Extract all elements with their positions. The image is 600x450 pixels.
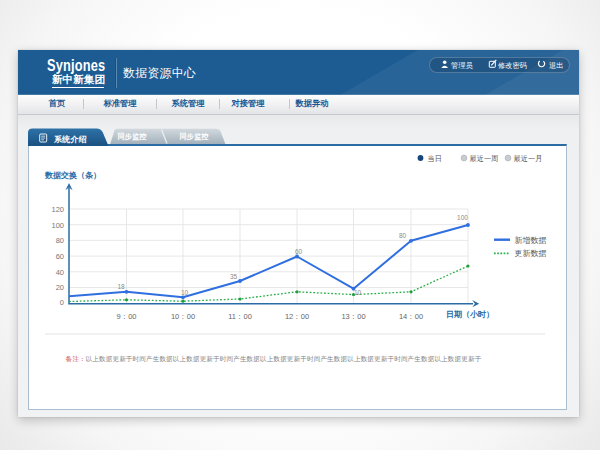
svg-text:0: 0 (60, 298, 64, 307)
svg-text:20: 20 (56, 283, 64, 292)
svg-text:10：00: 10：00 (171, 312, 195, 321)
svg-text:100: 100 (457, 214, 468, 221)
svg-text:35: 35 (230, 273, 238, 280)
svg-text:80: 80 (56, 236, 64, 245)
svg-text:最近一月: 最近一月 (514, 154, 543, 163)
svg-text:100: 100 (51, 221, 64, 230)
svg-text:40: 40 (56, 268, 64, 277)
svg-text:10: 10 (181, 289, 189, 296)
svg-text:12：00: 12：00 (285, 312, 309, 321)
svg-text:18: 18 (117, 283, 125, 290)
svg-text:11：00: 11：00 (228, 312, 252, 321)
svg-text:日期（小时）: 日期（小时） (446, 310, 494, 319)
svg-text:备注：以上数据更新于时间产生数据以上数据更新于时间产生数据以: 备注：以上数据更新于时间产生数据以上数据更新于时间产生数据以上数据更新于时间产生… (66, 355, 482, 363)
svg-text:120: 120 (51, 205, 64, 214)
svg-text:同步监控: 同步监控 (118, 132, 148, 141)
svg-text:新增数据: 新增数据 (515, 236, 547, 245)
svg-text:系统介绍: 系统介绍 (53, 134, 86, 144)
svg-text:60: 60 (56, 252, 64, 261)
svg-text:更新数据: 更新数据 (515, 249, 547, 258)
svg-text:同步监控: 同步监控 (180, 132, 210, 141)
svg-text:60: 60 (295, 248, 303, 255)
svg-text:最近一周: 最近一周 (470, 154, 499, 163)
svg-text:数据交换（条）: 数据交换（条） (44, 171, 101, 180)
svg-text:14：00: 14：00 (399, 312, 423, 321)
svg-text:13：00: 13：00 (341, 312, 365, 321)
svg-text:当日: 当日 (428, 154, 442, 163)
svg-text:80: 80 (399, 232, 407, 239)
svg-text:10: 10 (354, 289, 362, 296)
svg-text:9：00: 9：00 (116, 312, 136, 321)
